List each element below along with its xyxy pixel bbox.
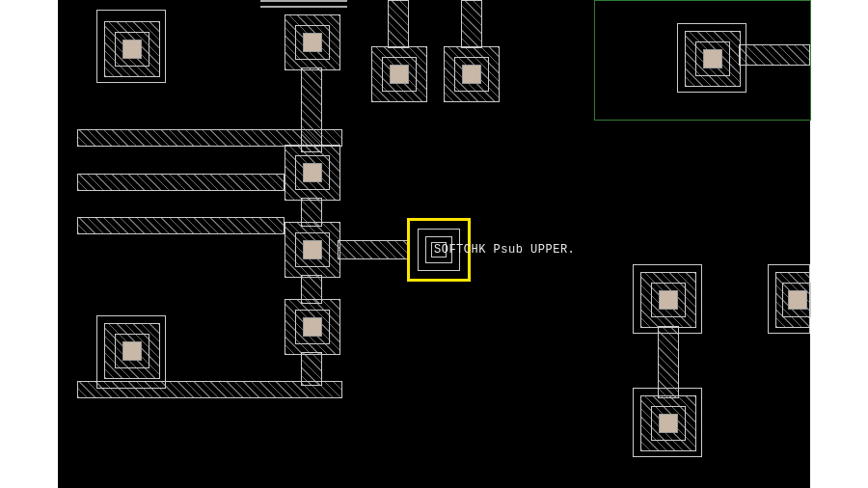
metal-trace	[301, 68, 322, 152]
contact-cell	[371, 46, 427, 102]
via	[303, 317, 322, 337]
contact-cell	[285, 222, 340, 278]
layout-canvas[interactable]: SOFTCHK Psub UPPER.	[58, 0, 810, 488]
via	[390, 65, 409, 84]
metal-trace	[739, 44, 810, 66]
metal-trace	[658, 326, 679, 398]
layer-outline	[768, 264, 810, 334]
metal-trace	[461, 0, 482, 48]
guide-line	[260, 6, 347, 8]
layer-outline	[96, 10, 166, 83]
contact-cell	[285, 299, 340, 355]
via	[303, 240, 322, 259]
layer-outline	[96, 315, 166, 389]
contact-cell	[444, 46, 500, 102]
metal-trace	[77, 217, 285, 234]
drc-marker-label: SOFTCHK Psub UPPER.	[434, 243, 575, 257]
via	[303, 33, 322, 52]
via	[303, 163, 322, 182]
layer-outline	[677, 23, 746, 93]
contact-cell	[285, 14, 340, 70]
metal-trace	[301, 275, 322, 304]
metal-trace	[301, 352, 322, 386]
metal-trace	[301, 198, 322, 227]
contact-cell	[285, 145, 340, 201]
layer-outline	[633, 264, 702, 334]
guide-line	[260, 0, 347, 2]
metal-trace	[77, 174, 285, 191]
via	[462, 65, 481, 84]
metal-trace	[338, 240, 410, 259]
metal-trace	[388, 0, 409, 48]
